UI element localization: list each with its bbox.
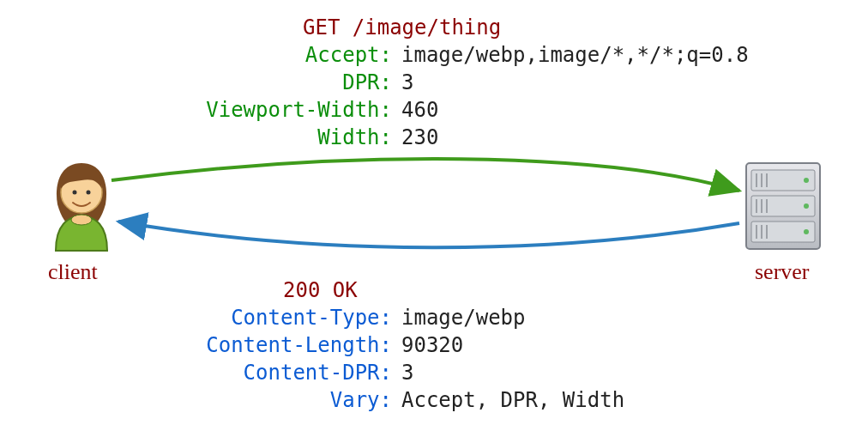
resp-header-value-cdpr: 3 [401, 361, 413, 385]
resp-header-name-cdpr: Content-DPR: [244, 361, 392, 385]
svg-rect-5 [751, 170, 815, 191]
req-header-value-dpr: 3 [401, 70, 413, 94]
req-header-name-width: Width: [317, 125, 392, 149]
server-label: server [755, 259, 810, 285]
svg-point-3 [87, 191, 91, 195]
client-icon [56, 163, 107, 251]
request-line: GET /image/thing [303, 15, 501, 39]
server-icon [746, 163, 820, 249]
req-header-value-width: 230 [401, 125, 438, 149]
req-header-value-viewport: 460 [401, 98, 438, 122]
req-header-name-accept: Accept: [305, 43, 392, 67]
resp-header-value-ctype: image/webp [401, 306, 526, 330]
svg-rect-6 [751, 196, 815, 216]
request-arrow [112, 159, 739, 191]
svg-point-2 [73, 191, 77, 195]
svg-rect-7 [751, 222, 815, 242]
svg-point-18 [804, 203, 809, 209]
svg-point-1 [61, 172, 102, 213]
svg-point-0 [71, 215, 92, 225]
svg-point-19 [804, 229, 809, 234]
resp-header-value-clen: 90320 [401, 333, 463, 357]
req-header-name-viewport: Viewport-Width: [206, 98, 392, 122]
svg-rect-4 [746, 163, 820, 249]
response-status-line: 200 OK [283, 278, 358, 302]
req-header-value-accept: image/webp,image/*,*/*;q=0.8 [401, 43, 749, 67]
client-label: client [48, 259, 98, 285]
response-arrow [118, 222, 739, 247]
resp-header-value-vary: Accept, DPR, Width [401, 388, 624, 412]
req-header-name-dpr: DPR: [342, 70, 392, 94]
svg-point-17 [804, 178, 809, 183]
resp-header-name-vary: Vary: [330, 388, 392, 412]
resp-header-name-ctype: Content-Type: [231, 306, 392, 330]
resp-header-name-clen: Content-Length: [206, 333, 392, 357]
